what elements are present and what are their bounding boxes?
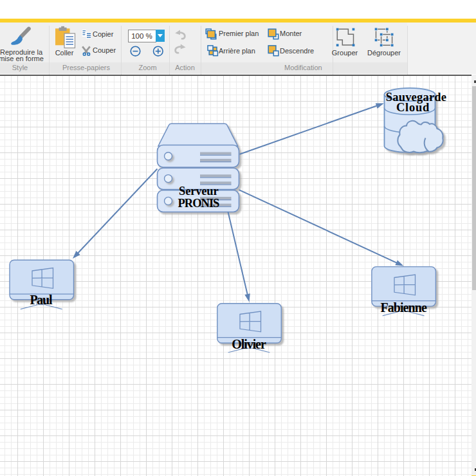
svg-text:Olivier: Olivier [232, 337, 266, 351]
svg-text:Serveur: Serveur [179, 185, 219, 197]
svg-text:PRONIS: PRONIS [178, 197, 220, 210]
svg-text:Cloud: Cloud [396, 101, 430, 114]
svg-text:Paul: Paul [30, 293, 53, 307]
svg-text:Fabienne: Fabienne [381, 300, 427, 315]
